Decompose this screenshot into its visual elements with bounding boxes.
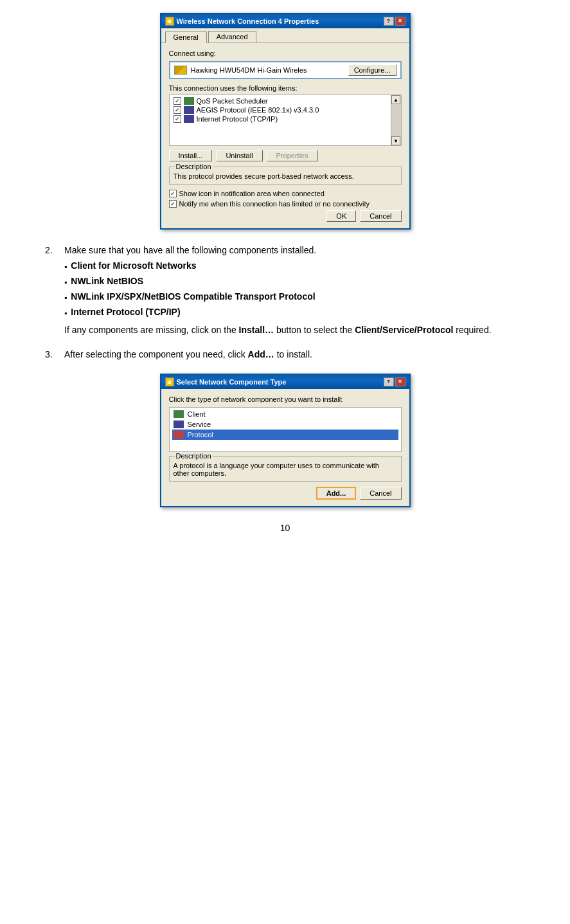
step2-pre: If any components are missing, click on …	[64, 325, 239, 335]
ok-cancel-row: OK Cancel	[169, 210, 402, 222]
description-legend: Description	[175, 163, 213, 170]
protocol-label: Protocol	[188, 431, 213, 439]
dialog2-description-text: A protocol is a language your computer u…	[174, 462, 397, 477]
dialog1-titlebar: ⊞ Wireless Network Connection 4 Properti…	[161, 14, 409, 28]
service-icon	[174, 421, 184, 428]
add-bold: Add…	[248, 349, 274, 359]
dialog1-body: Connect using: Hawking HWU54DM Hi-Gain W…	[161, 43, 409, 228]
description-text: This protocol provides secure port-based…	[174, 172, 397, 180]
tab-advanced[interactable]: Advanced	[208, 31, 256, 42]
configure-button[interactable]: Configure...	[348, 64, 396, 76]
dialog2-titlebar: ⊞ Select Network Component Type ? ✕	[161, 375, 409, 389]
dialog1-title-icon: ⊞	[165, 17, 174, 26]
description-group: Description This protocol provides secur…	[169, 167, 402, 185]
step2-content: Make sure that you have all the followin…	[64, 245, 525, 339]
cancel-button-dialog1[interactable]: Cancel	[360, 210, 401, 222]
components-list: Client for Microsoft Networks NWLink Net…	[64, 260, 525, 320]
list-item[interactable]: ✓ AEGIS Protocol (IEEE 802.1x) v3.4.3.0	[172, 105, 388, 114]
qos-label: QoS Packet Scheduler	[197, 97, 268, 105]
checkbox-aegis[interactable]: ✓	[174, 106, 181, 114]
close-button[interactable]: ✕	[395, 17, 405, 26]
tcpip-label: Internet Protocol (TCP/IP)	[197, 115, 278, 123]
checkbox-qos[interactable]: ✓	[174, 97, 181, 105]
tab-general[interactable]: General	[165, 32, 207, 43]
service-label: Service	[188, 421, 211, 428]
dialog2-cancel-button[interactable]: Cancel	[360, 487, 401, 500]
scrollbar[interactable]: ▲ ▼	[391, 95, 401, 145]
dialog1-wrapper: ⊞ Wireless Network Connection 4 Properti…	[39, 13, 531, 230]
step3-pre: After selecting the component you need, …	[64, 349, 248, 359]
dialog2-title: Select Network Component Type	[177, 378, 287, 386]
add-cancel-row: Add... Cancel	[169, 487, 402, 500]
install-bold: Install…	[239, 325, 274, 335]
items-label: This connection uses the following items…	[169, 84, 402, 92]
dialog1-title: Wireless Network Connection 4 Properties	[177, 17, 319, 25]
tcpip-icon	[184, 115, 194, 123]
ok-button[interactable]: OK	[326, 210, 356, 222]
protocol-item[interactable]: Protocol	[172, 430, 398, 440]
device-icon	[174, 66, 187, 75]
bullet-nwlink-netbios: NWLink NetBIOS	[64, 276, 525, 289]
list-item[interactable]: ✓ QoS Packet Scheduler	[172, 96, 388, 105]
client-label: Client	[188, 410, 206, 418]
help-button[interactable]: ?	[384, 17, 394, 26]
connect-label: Connect using:	[169, 50, 402, 57]
dialog2-click-label: Click the type of network component you …	[169, 395, 402, 403]
notify-label: Notify me when this connection has limit…	[179, 200, 370, 208]
items-list: ✓ QoS Packet Scheduler ✓ AEGIS Protocol …	[170, 95, 391, 145]
scroll-down[interactable]: ▼	[391, 136, 400, 145]
bullet-nwlink-ipx: NWLink IPX/SPX/NetBIOS Compatible Transp…	[64, 291, 525, 304]
add-button[interactable]: Add...	[316, 487, 357, 500]
page-number: 10	[45, 523, 525, 533]
dialog2-wrapper: ⊞ Select Network Component Type ? ✕ Clic…	[45, 374, 525, 507]
titlebar-buttons: ? ✕	[384, 17, 405, 26]
uninstall-button[interactable]: Uninstall	[216, 150, 262, 161]
checkbox-tcpip[interactable]: ✓	[174, 115, 181, 123]
action-buttons: Install... Uninstall Properties	[169, 150, 402, 161]
dialog2-description-legend: Description	[175, 452, 213, 460]
dialog2-items-list: Client Service Protocol	[169, 407, 402, 452]
bullet-internet-protocol: Internet Protocol (TCP/IP)	[64, 307, 525, 320]
step2: 2. Make sure that you have all the follo…	[45, 245, 525, 339]
connect-row: Hawking HWU54DM Hi-Gain Wireles Configur…	[169, 61, 402, 79]
client-item[interactable]: Client	[172, 409, 398, 419]
notify-checkbox[interactable]: ✓	[169, 200, 177, 208]
notify-row: ✓ Notify me when this connection has lim…	[169, 200, 402, 208]
properties-button[interactable]: Properties	[267, 150, 318, 161]
scroll-up[interactable]: ▲	[391, 95, 400, 104]
dialog2-body: Click the type of network component you …	[161, 389, 409, 506]
step2-post: required.	[453, 325, 491, 335]
aegis-icon	[184, 106, 194, 114]
step3-text: After selecting the component you need, …	[64, 349, 525, 359]
device-name: Hawking HWU54DM Hi-Gain Wireles	[191, 66, 344, 74]
step3: 3. After selecting the component you nee…	[45, 349, 525, 363]
dialog1-tabs: General Advanced	[161, 28, 409, 43]
bullet-client: Client for Microsoft Networks	[64, 260, 525, 273]
step2-text: Make sure that you have all the followin…	[64, 245, 525, 255]
service-item[interactable]: Service	[172, 419, 398, 430]
install-button[interactable]: Install...	[169, 150, 213, 161]
aegis-label: AEGIS Protocol (IEEE 802.1x) v3.4.3.0	[197, 106, 319, 114]
dialog2-title-icon: ⊞	[165, 377, 174, 386]
step3-number: 3.	[45, 349, 60, 363]
step3-post: to install.	[274, 349, 312, 359]
step2-number: 2.	[45, 245, 60, 339]
protocol-icon	[174, 431, 184, 439]
titlebar-left: ⊞ Wireless Network Connection 4 Properti…	[165, 17, 319, 26]
list-item[interactable]: ✓ Internet Protocol (TCP/IP)	[172, 114, 388, 123]
items-list-container: ✓ QoS Packet Scheduler ✓ AEGIS Protocol …	[169, 95, 402, 146]
select-component-dialog: ⊞ Select Network Component Type ? ✕ Clic…	[160, 374, 411, 507]
step3-content: After selecting the component you need, …	[64, 349, 525, 363]
show-icon-checkbox[interactable]: ✓	[169, 190, 177, 197]
content-body: 2. Make sure that you have all the follo…	[39, 245, 531, 533]
show-icon-row: ✓ Show icon in notification area when co…	[169, 190, 402, 197]
qos-icon	[184, 97, 194, 105]
show-icon-label: Show icon in notification area when conn…	[179, 190, 325, 197]
dialog2-description-group: Description A protocol is a language you…	[169, 456, 402, 482]
dialog2-titlebar-btns: ? ✕	[384, 377, 405, 386]
properties-dialog: ⊞ Wireless Network Connection 4 Properti…	[160, 13, 411, 230]
client-icon	[174, 410, 184, 418]
dialog2-help-button[interactable]: ?	[384, 377, 394, 386]
dialog2-close-button[interactable]: ✕	[395, 377, 405, 386]
step2-mid: button to select the	[274, 325, 355, 335]
